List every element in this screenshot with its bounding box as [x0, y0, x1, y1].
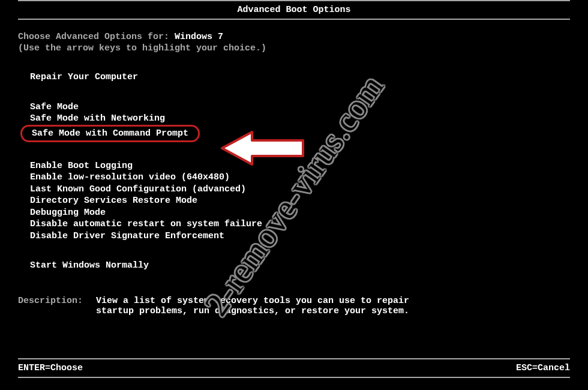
header-prefix: Choose Advanced Options for:	[18, 32, 175, 42]
menu-safe-mode-networking[interactable]: Safe Mode with Networking	[30, 113, 570, 125]
highlighted-option: Safe Mode with Command Prompt	[20, 125, 200, 142]
menu-disable-auto-restart[interactable]: Disable automatic restart on system fail…	[30, 218, 570, 230]
menu-repair-computer[interactable]: Repair Your Computer	[30, 71, 570, 83]
description-section: Description: View a list of system recov…	[18, 296, 570, 316]
menu-debugging-mode[interactable]: Debugging Mode	[30, 207, 570, 219]
description-line1: View a list of system recovery tools you…	[96, 296, 409, 306]
description-line2: startup problems, run diagnostics, or re…	[96, 306, 409, 316]
description-label: Description:	[18, 296, 96, 316]
menu-boot-logging[interactable]: Enable Boot Logging	[30, 160, 570, 172]
menu-low-res-video[interactable]: Enable low-resolution video (640x480)	[30, 172, 570, 184]
page-title: Advanced Boot Options	[237, 5, 350, 15]
description-text: View a list of system recovery tools you…	[96, 296, 409, 316]
menu-safe-mode-command-prompt[interactable]: Safe Mode with Command Prompt	[30, 125, 570, 142]
menu-last-known-good[interactable]: Last Known Good Configuration (advanced)	[30, 184, 570, 196]
footer-esc: ESC=Cancel	[516, 363, 570, 373]
footer-bar: ENTER=Choose ESC=Cancel	[18, 358, 570, 378]
os-name: Windows 7	[175, 32, 223, 42]
instruction-text: (Use the arrow keys to highlight your ch…	[18, 43, 570, 53]
title-bar: Advanced Boot Options	[18, 0, 570, 20]
menu-disable-driver-sig[interactable]: Disable Driver Signature Enforcement	[30, 230, 570, 242]
footer-enter: ENTER=Choose	[18, 363, 83, 373]
menu-directory-services[interactable]: Directory Services Restore Mode	[30, 195, 570, 207]
menu-start-normally[interactable]: Start Windows Normally	[30, 260, 570, 272]
header-line: Choose Advanced Options for: Windows 7	[18, 32, 570, 42]
menu-safe-mode[interactable]: Safe Mode	[30, 101, 570, 113]
